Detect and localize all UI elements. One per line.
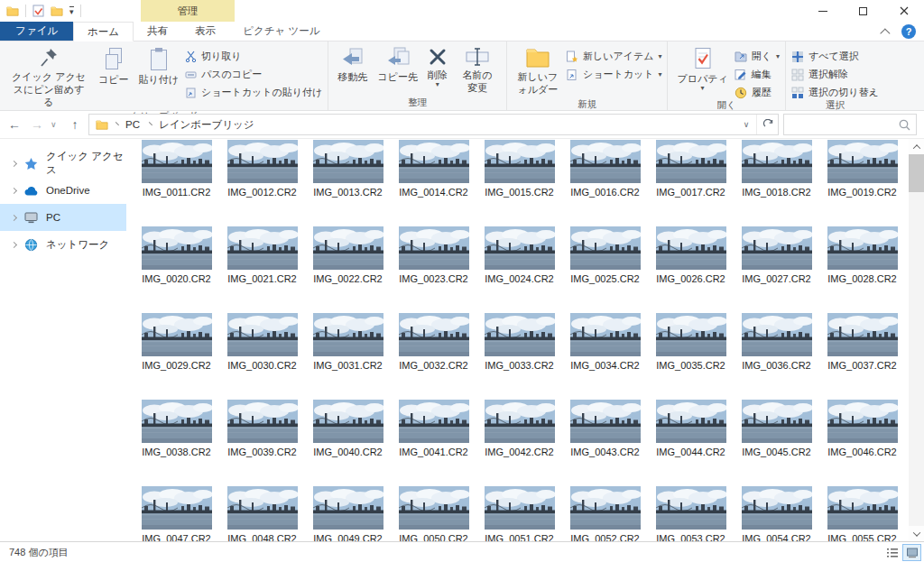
rename-button[interactable]: 名前の変更 — [454, 45, 501, 97]
expander-icon[interactable] — [11, 187, 17, 193]
copy-button[interactable]: コピー — [95, 45, 133, 88]
file-item[interactable]: IMG_0034.CR2 — [562, 313, 648, 400]
file-item[interactable]: IMG_0020.CR2 — [134, 226, 219, 313]
file-item[interactable]: IMG_0046.CR2 — [819, 400, 905, 486]
paste-shortcut-button[interactable]: ショートカットの貼り付け — [185, 86, 322, 99]
invert-selection-button[interactable]: 選択の切り替え — [791, 86, 879, 99]
select-all-button[interactable]: すべて選択 — [791, 50, 879, 63]
file-item[interactable]: IMG_0030.CR2 — [219, 313, 305, 400]
address-dropdown-icon[interactable]: ∨ — [736, 120, 756, 129]
scrollbar-thumb[interactable] — [909, 154, 924, 192]
sidebar-item-quick-access[interactable]: クイック アクセス — [0, 150, 126, 177]
file-item[interactable]: IMG_0029.CR2 — [134, 313, 219, 400]
up-button[interactable]: ↑ — [66, 117, 84, 132]
delete-button[interactable]: 削除 ▾ — [424, 45, 451, 89]
tab-home[interactable]: ホーム — [73, 22, 134, 41]
forward-button[interactable]: → — [28, 117, 46, 132]
file-item[interactable]: IMG_0022.CR2 — [305, 226, 391, 313]
file-item[interactable]: IMG_0035.CR2 — [648, 313, 734, 400]
file-item[interactable]: IMG_0036.CR2 — [734, 313, 819, 400]
file-item[interactable]: IMG_0037.CR2 — [819, 313, 905, 400]
copy-path-button[interactable]: パスのコピー — [185, 68, 322, 81]
shortcut-button[interactable]: ショートカット ▾ — [566, 68, 662, 81]
properties-icon[interactable] — [32, 5, 44, 17]
expander-icon[interactable] — [11, 241, 17, 247]
tab-view[interactable]: 表示 — [181, 22, 229, 41]
file-item[interactable]: IMG_0025.CR2 — [562, 226, 648, 313]
file-item[interactable]: IMG_0016.CR2 — [562, 140, 648, 226]
breadcrumb-item-pc[interactable]: PC — [124, 119, 142, 130]
file-item[interactable]: IMG_0018.CR2 — [734, 140, 819, 226]
file-item[interactable]: IMG_0033.CR2 — [476, 313, 562, 400]
recent-locations-icon[interactable]: ∨ — [51, 120, 61, 129]
file-item[interactable]: IMG_0041.CR2 — [391, 400, 476, 486]
photo-thumbnail — [313, 486, 383, 530]
maximize-button[interactable] — [843, 0, 883, 22]
folder-icon[interactable] — [6, 5, 19, 16]
details-view-button[interactable] — [882, 544, 901, 561]
customize-qat-icon[interactable]: ▾ — [69, 6, 74, 15]
new-item-button[interactable]: 新しいアイテム ▾ — [566, 50, 662, 63]
tab-picture-tools[interactable]: ピクチャ ツール — [229, 22, 333, 41]
open-button[interactable]: 開く ▾ — [735, 50, 780, 63]
search-icon[interactable] — [899, 119, 910, 131]
vertical-scrollbar[interactable] — [909, 139, 924, 541]
expander-icon[interactable] — [11, 160, 17, 166]
search-input[interactable] — [790, 119, 899, 130]
breadcrumb-item-folder[interactable]: レインボーブリッジ — [157, 118, 256, 132]
file-item[interactable]: IMG_0023.CR2 — [391, 226, 476, 313]
minimize-button[interactable] — [802, 0, 843, 22]
help-icon[interactable]: ? — [901, 24, 916, 39]
file-item[interactable]: IMG_0032.CR2 — [391, 313, 476, 400]
file-item[interactable]: IMG_0042.CR2 — [476, 400, 562, 486]
back-button[interactable]: ← — [5, 117, 23, 132]
file-item[interactable]: IMG_0014.CR2 — [391, 140, 476, 226]
file-item[interactable]: IMG_0026.CR2 — [648, 226, 734, 313]
properties-button[interactable]: プロパティ ▾ — [673, 45, 731, 93]
file-item[interactable]: IMG_0044.CR2 — [648, 400, 734, 486]
close-button[interactable] — [883, 0, 924, 22]
collapse-ribbon-icon[interactable] — [880, 28, 890, 38]
file-item[interactable]: IMG_0043.CR2 — [562, 400, 648, 486]
file-item[interactable]: IMG_0017.CR2 — [648, 140, 734, 226]
sidebar-item-network[interactable]: ネットワーク — [0, 231, 126, 258]
explorer-window: ▾ 管理 ファイル ホーム 共有 表示 ピクチャ ツール ? — [0, 0, 924, 562]
select-none-button[interactable]: 選択解除 — [791, 68, 879, 81]
contextual-tab-header[interactable]: 管理 — [141, 0, 235, 22]
file-item[interactable]: IMG_0028.CR2 — [819, 226, 905, 313]
refresh-button[interactable] — [756, 115, 778, 134]
edit-icon — [735, 69, 747, 80]
file-item[interactable]: IMG_0021.CR2 — [219, 226, 305, 313]
file-item[interactable]: IMG_0031.CR2 — [305, 313, 391, 400]
expander-icon[interactable] — [11, 214, 17, 220]
sidebar-item-onedrive[interactable]: OneDrive — [0, 177, 126, 204]
file-item[interactable]: IMG_0012.CR2 — [219, 140, 305, 226]
paste-button[interactable]: 貼り付け — [135, 45, 183, 88]
file-item[interactable]: IMG_0011.CR2 — [134, 140, 219, 226]
file-item[interactable]: IMG_0027.CR2 — [734, 226, 819, 313]
breadcrumb[interactable]: PC レインボーブリッジ ∨ — [88, 114, 779, 135]
thumbnail-view-button[interactable] — [902, 544, 921, 561]
copy-to-button[interactable]: コピー先 — [374, 45, 421, 86]
tab-file[interactable]: ファイル — [0, 22, 73, 41]
scroll-down-button[interactable] — [909, 526, 924, 541]
new-folder-icon[interactable] — [51, 5, 63, 16]
new-folder-button[interactable]: 新しいフォルダー — [513, 45, 563, 98]
pin-to-quick-access-button[interactable]: クイック アクセスにピン留めする — [5, 45, 92, 110]
history-button[interactable]: 履歴 — [735, 86, 780, 99]
photo-thumbnail — [227, 400, 298, 443]
file-item[interactable]: IMG_0038.CR2 — [134, 400, 219, 486]
file-item[interactable]: IMG_0013.CR2 — [305, 140, 391, 226]
file-item[interactable]: IMG_0040.CR2 — [305, 400, 391, 486]
cut-button[interactable]: 切り取り — [185, 50, 322, 63]
sidebar-item-pc[interactable]: PC — [0, 204, 126, 231]
file-item[interactable]: IMG_0039.CR2 — [219, 400, 305, 486]
file-item[interactable]: IMG_0019.CR2 — [819, 140, 905, 226]
file-item[interactable]: IMG_0045.CR2 — [734, 400, 819, 486]
file-item[interactable]: IMG_0024.CR2 — [476, 226, 562, 313]
edit-button[interactable]: 編集 — [735, 68, 780, 81]
tab-share[interactable]: 共有 — [134, 22, 181, 41]
scroll-up-button[interactable] — [909, 139, 924, 154]
move-to-button[interactable]: 移動先 — [334, 45, 371, 86]
file-item[interactable]: IMG_0015.CR2 — [476, 140, 562, 226]
